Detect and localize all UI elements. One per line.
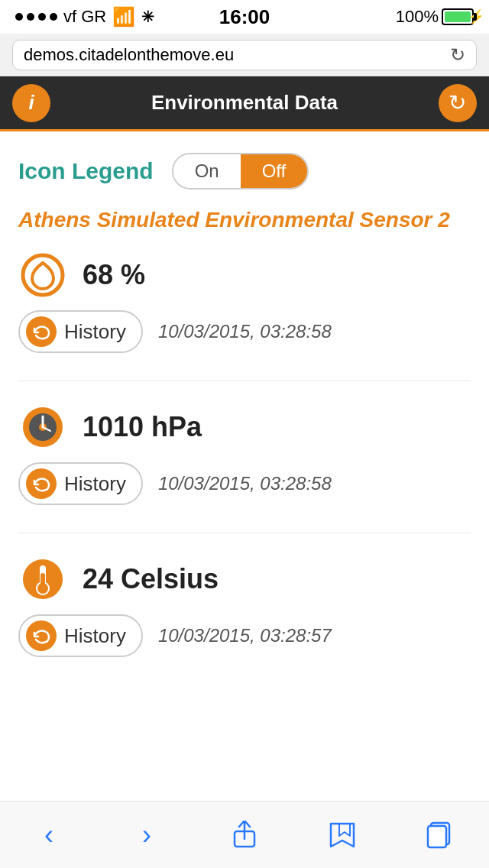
reload-icon[interactable]: ↻: [450, 44, 465, 66]
refresh-icon: ↻: [449, 90, 466, 115]
back-button[interactable]: ‹: [18, 812, 79, 858]
sensor-temperature: 24 Celsius History 10/03/2015, 03:28:57: [18, 555, 471, 657]
humidity-history-icon: [26, 316, 57, 347]
temperature-history-label: History: [64, 624, 126, 648]
battery-icon: ⚡: [442, 8, 474, 25]
history-icon-svg: [32, 322, 50, 341]
status-right: 100% ⚡: [396, 7, 474, 27]
temperature-history-icon: [26, 620, 57, 651]
divider-1: [18, 381, 471, 381]
wifi-icon: 📶: [112, 6, 135, 28]
humidity-icon: [18, 251, 67, 300]
humidity-history-row: History 10/03/2015, 03:28:58: [18, 310, 471, 353]
battery-bolt-icon: ⚡: [468, 8, 484, 25]
pressure-history-button[interactable]: History: [18, 462, 143, 505]
svg-rect-13: [428, 826, 446, 847]
pressure-icon: [18, 403, 67, 452]
share-button[interactable]: [214, 812, 275, 858]
divider-2: [18, 533, 471, 533]
temperature-svg: [20, 556, 66, 602]
tabs-button[interactable]: [410, 812, 471, 858]
share-icon: [232, 821, 257, 850]
status-time: 16:00: [219, 5, 270, 29]
activity-icon: ✳: [141, 8, 154, 26]
bookmarks-button[interactable]: [312, 812, 373, 858]
pressure-svg: [20, 404, 66, 450]
bottom-nav: ‹ ›: [0, 801, 489, 868]
svg-point-10: [37, 583, 48, 594]
info-icon: i: [28, 91, 34, 115]
url-text: demos.citadelonthemove.eu: [24, 45, 234, 65]
humidity-svg: [20, 252, 66, 298]
battery-percent: 100%: [396, 7, 439, 27]
temperature-value: 24 Celsius: [83, 563, 219, 595]
temperature-history-row: History 10/03/2015, 03:28:57: [18, 614, 471, 657]
pressure-history-row: History 10/03/2015, 03:28:58: [18, 462, 471, 505]
temperature-history-button[interactable]: History: [18, 614, 143, 657]
bookmarks-icon: [328, 821, 357, 850]
app-header: i Environmental Data ↻: [0, 76, 489, 131]
sensor-humidity: 68 % History 10/03/2015, 03:28:58: [18, 251, 471, 353]
legend-toggle[interactable]: On Off: [172, 153, 309, 189]
toggle-off-option[interactable]: Off: [241, 154, 308, 188]
main-content: Icon Legend On Off Athens Simulated Envi…: [0, 131, 489, 700]
back-icon: ‹: [44, 819, 53, 851]
pressure-history-icon: [26, 468, 57, 499]
sensor-pressure: 1010 hPa History 10/03/2015, 03:28:58: [18, 403, 471, 505]
humidity-value: 68 %: [83, 259, 145, 291]
tabs-icon: [426, 821, 454, 849]
status-bar: vf GR 📶 ✳ 16:00 100% ⚡: [0, 0, 489, 34]
forward-button[interactable]: ›: [116, 812, 177, 858]
pressure-timestamp: 10/03/2015, 03:28:58: [158, 473, 332, 494]
humidity-history-button[interactable]: History: [18, 310, 143, 353]
toggle-on-option[interactable]: On: [173, 154, 241, 188]
browser-bar: demos.citadelonthemove.eu ↻: [0, 34, 489, 76]
status-left: vf GR 📶 ✳: [15, 6, 154, 28]
pressure-value: 1010 hPa: [83, 411, 202, 443]
battery: 100% ⚡: [396, 7, 474, 27]
toggle-off-label: Off: [262, 160, 287, 182]
toggle-on-label: On: [195, 160, 219, 182]
carrier-label: vf GR: [63, 7, 106, 27]
history-icon-svg-3: [32, 627, 50, 645]
url-box[interactable]: demos.citadelonthemove.eu ↻: [12, 40, 477, 70]
pressure-value-row: 1010 hPa: [18, 403, 471, 452]
pressure-history-label: History: [64, 472, 126, 496]
info-button[interactable]: i: [12, 84, 50, 122]
header-title: Environmental Data: [151, 91, 338, 115]
temperature-icon: [18, 555, 67, 604]
signal-dots: [15, 13, 57, 21]
icon-legend-row: Icon Legend On Off: [18, 153, 471, 189]
humidity-value-row: 68 %: [18, 251, 471, 300]
humidity-timestamp: 10/03/2015, 03:28:58: [158, 321, 332, 342]
refresh-button[interactable]: ↻: [439, 84, 477, 122]
sensor-title: Athens Simulated Environmental Sensor 2: [18, 208, 471, 232]
icon-legend-label: Icon Legend: [18, 158, 154, 184]
temperature-timestamp: 10/03/2015, 03:28:57: [158, 625, 332, 646]
temperature-value-row: 24 Celsius: [18, 555, 471, 604]
forward-icon: ›: [142, 819, 151, 851]
history-icon-svg-2: [32, 474, 50, 493]
humidity-history-label: History: [64, 320, 126, 344]
